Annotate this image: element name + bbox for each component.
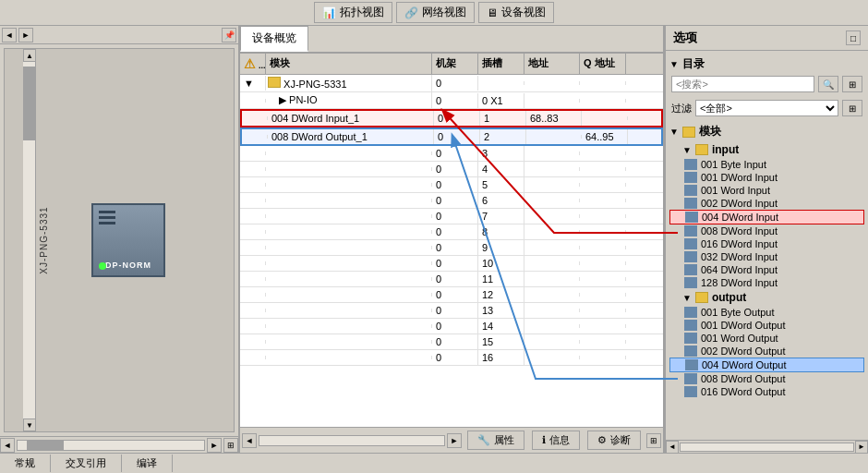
table-row[interactable]: 05 (240, 177, 663, 193)
scroll-down[interactable]: ▼ (23, 418, 36, 431)
scroll-right-btn[interactable]: ► (207, 438, 222, 453)
left-panel: ◄ ► 📌 XJ-PNG-5331 ▲ ▼ (0, 26, 240, 453)
module-expand-icon: ▼ (669, 127, 679, 137)
row-icon (242, 116, 268, 120)
tree-item-001-word-output[interactable]: 001 Word Output (669, 332, 864, 345)
expand-icon2[interactable]: ▶ (279, 94, 286, 105)
tree-item-128-dword-input[interactable]: 128 DWord Input (669, 276, 864, 289)
device-overview-tab[interactable]: 设备概览 (240, 26, 308, 52)
table-row[interactable]: 04 (240, 162, 663, 177)
row-rack: 0 (432, 76, 478, 91)
catalog-section-header[interactable]: ▼ 目录 (669, 55, 864, 74)
row-name: XJ-PNG-5331 (266, 75, 432, 91)
topo-view-btn[interactable]: 📊 拓扑视图 (314, 2, 392, 23)
row-name: ▶ PN-IO (266, 92, 432, 108)
tree-item-008-dword-output[interactable]: 008 DWord Output (669, 372, 864, 385)
footer-tab-general[interactable]: 常规 (0, 455, 51, 472)
table-row[interactable]: 010 (240, 256, 663, 272)
col-header-rack: 机架 (432, 54, 478, 74)
right-panel: 选项 □ ▼ 目录 🔍 ⊞ 过滤 <全部> ⊞ (665, 26, 868, 453)
tree-item-004-dword-input[interactable]: 004 DWord Input (669, 210, 864, 224)
bottom-tabs: 🔧 属性 ℹ 信息 ⚙ 诊断 (462, 431, 646, 450)
left-pin-btn[interactable]: 📌 (222, 28, 236, 42)
table-row[interactable]: 011 (240, 272, 663, 287)
device-view-area: XJ-PNG-5331 ▲ ▼ DP-NORM (4, 48, 235, 432)
row-qaddr (580, 99, 626, 103)
left-nav-forward[interactable]: ► (18, 28, 33, 42)
tree-item-016-dword-input[interactable]: 016 DWord Input (669, 237, 864, 250)
output-section-header[interactable]: ▼ output (669, 289, 864, 306)
module-section-header[interactable]: ▼ 模块 (669, 122, 864, 141)
table-row[interactable]: ▶ PN-IO 0 0 X1 (240, 92, 663, 109)
module-icon (684, 264, 697, 275)
properties-tab-btn[interactable]: 🔧 属性 (467, 431, 524, 450)
table-row[interactable]: 03 (240, 146, 663, 162)
tree-item-032-dword-input[interactable]: 032 DWord Input (669, 250, 864, 263)
table-row[interactable]: 015 (240, 334, 663, 350)
row-rack: 0 (432, 93, 478, 108)
network-view-btn[interactable]: 🔗 网络视图 (396, 2, 475, 23)
row-icon (240, 99, 266, 103)
input-folder-icon (695, 144, 708, 155)
right-hscroll-right[interactable]: ► (855, 441, 868, 454)
network-view-icon: 🔗 (404, 6, 418, 19)
info-icon: ℹ (542, 434, 546, 446)
module-icon (684, 277, 697, 288)
filter-options-btn[interactable]: ⊞ (842, 100, 862, 116)
footer-tab-crossref[interactable]: 交叉引用 (51, 455, 122, 472)
tree-item-002-dword-input[interactable]: 002 DWord Input (669, 197, 864, 210)
table-row[interactable]: 013 (240, 303, 663, 319)
table-row[interactable]: 016 (240, 350, 663, 366)
table-row[interactable]: 014 (240, 319, 663, 334)
catalog-label: 目录 (682, 56, 705, 72)
search-input[interactable] (671, 76, 814, 92)
module-icon (684, 386, 697, 397)
table-row[interactable]: 08 (240, 224, 663, 240)
filter-select[interactable]: <全部> (695, 100, 838, 116)
tree-item-016-dword-output[interactable]: 016 DWord Output (669, 385, 864, 398)
table-row[interactable]: ▼ XJ-PNG-5331 0 (240, 75, 663, 92)
footer-tab-compile[interactable]: 编译 (122, 455, 173, 472)
tree-item-004-dword-output[interactable]: 004 DWord Output (669, 358, 864, 372)
topo-view-icon: 📊 (322, 6, 336, 19)
table-row-output[interactable]: 008 DWord Output_1 0 2 64..95 (240, 127, 663, 146)
device-table: ▼ XJ-PNG-5331 0 ▶ PN-IO 0 0 X1 004 DWord… (240, 75, 663, 427)
right-panel-collapse[interactable]: □ (846, 30, 861, 45)
table-row-input[interactable]: 004 DWord Input_1 0 1 68..83 (240, 109, 663, 127)
table-row[interactable]: 06 (240, 193, 663, 209)
tree-item-008-dword-input[interactable]: 008 DWord Input (669, 224, 864, 237)
diagnostics-tab-btn[interactable]: ⚙ 诊断 (587, 431, 641, 450)
tree-item-001-dword-output[interactable]: 001 DWord Output (669, 319, 864, 332)
device-view-btn[interactable]: 🖥 设备视图 (478, 2, 554, 23)
left-nav-back[interactable]: ◄ (2, 28, 17, 42)
scroll-left-btn[interactable]: ◄ (0, 438, 15, 453)
scroll-zoom-btn[interactable]: ⊞ (223, 438, 238, 453)
tree-item-001-dword-input[interactable]: 001 DWord Input (669, 171, 864, 184)
hscroll-right[interactable]: ► (447, 433, 462, 448)
search-btn[interactable]: 🔍 (818, 76, 838, 92)
expand-icon[interactable]: ▼ (244, 78, 254, 89)
tree-item-001-byte-output[interactable]: 001 Byte Output (669, 306, 864, 319)
tree-item-001-word-input[interactable]: 001 Word Input (669, 184, 864, 197)
info-tab-btn[interactable]: ℹ 信息 (532, 431, 580, 450)
tree-item-064-dword-input[interactable]: 064 DWord Input (669, 263, 864, 276)
hscroll-left[interactable]: ◄ (242, 433, 257, 448)
output-expand-icon: ▼ (682, 293, 692, 303)
search-options-btn[interactable]: ⊞ (842, 76, 862, 92)
col-header-qaddr: Q 地址 (580, 54, 626, 74)
table-row[interactable]: 09 (240, 240, 663, 256)
tree-item-001-byte-input[interactable]: 001 Byte Input (669, 158, 864, 171)
panel-expand-btn[interactable]: ⊞ (646, 433, 661, 448)
tree-item-002-dword-output[interactable]: 002 DWord Output (669, 345, 864, 358)
right-bottom-bar: ◄ ► (666, 440, 868, 453)
module-icon (685, 212, 698, 223)
top-toolbar: 📊 拓扑视图 🔗 网络视图 🖥 设备视图 (0, 0, 868, 26)
table-row[interactable]: 07 (240, 209, 663, 224)
main-area: ◄ ► 📌 XJ-PNG-5331 ▲ ▼ (0, 26, 868, 453)
table-row[interactable]: 012 (240, 287, 663, 303)
dp-norm-status-dot (99, 262, 106, 270)
scroll-up[interactable]: ▲ (23, 49, 36, 62)
filter-bar: 过滤 <全部> ⊞ (669, 98, 864, 118)
right-hscroll-left[interactable]: ◄ (666, 441, 679, 454)
input-section-header[interactable]: ▼ input (669, 141, 864, 158)
